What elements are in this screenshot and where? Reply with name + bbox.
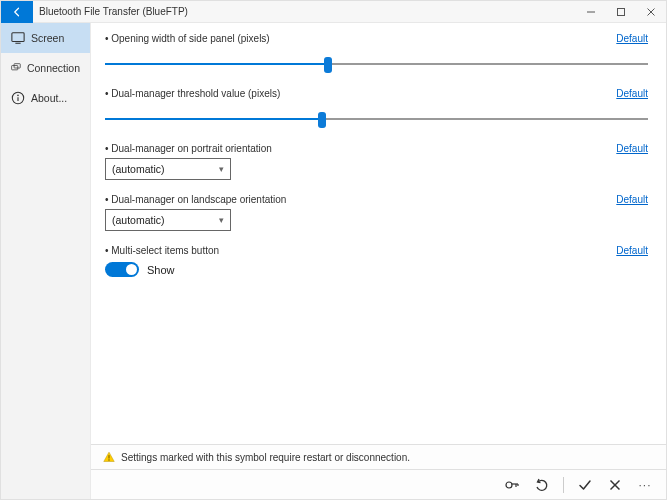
notice-text: Settings marked with this symbol require… bbox=[121, 452, 410, 463]
svg-point-13 bbox=[108, 459, 109, 460]
default-link[interactable]: Default bbox=[616, 245, 648, 256]
main-panel: Opening width of side panel (pixels) Def… bbox=[91, 23, 666, 499]
slider-track-fill bbox=[105, 118, 322, 120]
slider-thumb[interactable] bbox=[318, 112, 326, 128]
opening-width-slider[interactable] bbox=[105, 54, 648, 74]
setting-landscape: Dual-manager on landscape orientation De… bbox=[105, 194, 648, 231]
setting-threshold: Dual-manager threshold value (pixels) De… bbox=[105, 88, 648, 129]
info-icon bbox=[11, 91, 25, 105]
window-title: Bluetooth File Transfer (BlueFTP) bbox=[33, 6, 188, 17]
minimize-icon bbox=[586, 7, 596, 17]
sidebar-item-label: Connection bbox=[27, 62, 80, 74]
chevron-down-icon: ▾ bbox=[219, 164, 224, 174]
svg-rect-1 bbox=[618, 8, 625, 15]
landscape-select[interactable]: (automatic) ▾ bbox=[105, 209, 231, 231]
threshold-slider[interactable] bbox=[105, 109, 648, 129]
maximize-button[interactable] bbox=[606, 1, 636, 23]
apply-button[interactable] bbox=[572, 472, 598, 498]
undo-icon bbox=[534, 477, 550, 493]
setting-label: Multi-select items button bbox=[105, 245, 219, 256]
default-link[interactable]: Default bbox=[616, 33, 648, 44]
slider-thumb[interactable] bbox=[324, 57, 332, 73]
more-icon: ··· bbox=[638, 478, 651, 492]
titlebar: Bluetooth File Transfer (BlueFTP) bbox=[1, 1, 666, 23]
screen-icon bbox=[11, 31, 25, 45]
sidebar-item-label: About... bbox=[31, 92, 67, 104]
setting-portrait: Dual-manager on portrait orientation Def… bbox=[105, 143, 648, 180]
sidebar-item-label: Screen bbox=[31, 32, 64, 44]
arrow-left-icon bbox=[11, 6, 23, 18]
setting-multiselect: Multi-select items button Default Show bbox=[105, 245, 648, 277]
svg-point-14 bbox=[506, 482, 512, 488]
cancel-button[interactable] bbox=[602, 472, 628, 498]
default-link[interactable]: Default bbox=[616, 143, 648, 154]
warning-icon bbox=[103, 451, 115, 463]
sidebar-item-screen[interactable]: Screen bbox=[1, 23, 90, 53]
close-button[interactable] bbox=[636, 1, 666, 23]
x-icon bbox=[607, 477, 623, 493]
separator bbox=[563, 477, 564, 493]
toggle-state-label: Show bbox=[147, 264, 175, 276]
close-icon bbox=[646, 7, 656, 17]
action-bar: ··· bbox=[91, 469, 666, 499]
settings-content: Opening width of side panel (pixels) Def… bbox=[91, 23, 666, 444]
setting-label: Dual-manager on portrait orientation bbox=[105, 143, 272, 154]
slider-track-rest bbox=[328, 63, 648, 65]
default-link[interactable]: Default bbox=[616, 88, 648, 99]
svg-point-9 bbox=[17, 95, 19, 97]
connection-icon bbox=[11, 61, 21, 75]
minimize-button[interactable] bbox=[576, 1, 606, 23]
setting-label: Opening width of side panel (pixels) bbox=[105, 33, 270, 44]
back-button[interactable] bbox=[1, 1, 33, 23]
check-icon bbox=[577, 477, 593, 493]
select-value: (automatic) bbox=[112, 214, 165, 226]
window-controls bbox=[576, 1, 666, 23]
portrait-select[interactable]: (automatic) ▾ bbox=[105, 158, 231, 180]
sidebar: Screen Connection About... bbox=[1, 23, 91, 499]
sidebar-item-connection[interactable]: Connection bbox=[1, 53, 90, 83]
key-button[interactable] bbox=[499, 472, 525, 498]
select-value: (automatic) bbox=[112, 163, 165, 175]
slider-track-fill bbox=[105, 63, 328, 65]
default-link[interactable]: Default bbox=[616, 194, 648, 205]
multiselect-toggle[interactable] bbox=[105, 262, 139, 277]
chevron-down-icon: ▾ bbox=[219, 215, 224, 225]
key-icon bbox=[504, 477, 520, 493]
slider-track-rest bbox=[322, 118, 648, 120]
notice-bar: Settings marked with this symbol require… bbox=[91, 444, 666, 469]
sidebar-item-about[interactable]: About... bbox=[1, 83, 90, 113]
toggle-knob bbox=[126, 264, 137, 275]
setting-label: Dual-manager on landscape orientation bbox=[105, 194, 286, 205]
svg-rect-4 bbox=[12, 33, 24, 42]
undo-button[interactable] bbox=[529, 472, 555, 498]
setting-opening-width: Opening width of side panel (pixels) Def… bbox=[105, 33, 648, 74]
app-window: Bluetooth File Transfer (BlueFTP) Screen… bbox=[0, 0, 667, 500]
maximize-icon bbox=[616, 7, 626, 17]
body: Screen Connection About... Opening width… bbox=[1, 23, 666, 499]
setting-label: Dual-manager threshold value (pixels) bbox=[105, 88, 280, 99]
more-button[interactable]: ··· bbox=[632, 472, 658, 498]
